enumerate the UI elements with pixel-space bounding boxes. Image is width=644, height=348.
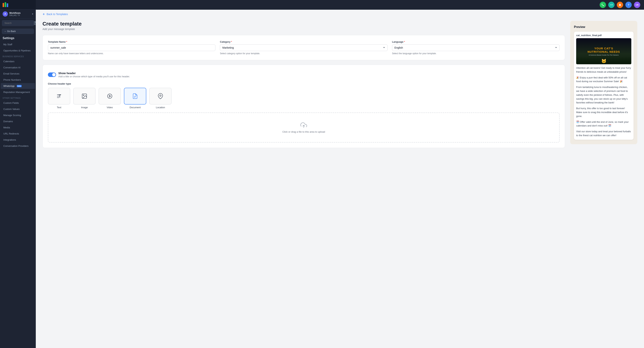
preview-title: Preview: [574, 25, 634, 29]
sidebar-item-media[interactable]: Media: [1, 125, 35, 130]
header-type-location-btn[interactable]: Location: [149, 88, 172, 109]
sidebar-item-domains[interactable]: Domains: [1, 118, 35, 124]
sidebar-item-label: WhatsApp: [3, 84, 14, 87]
header-type-text-label: Text: [57, 106, 61, 109]
show-header-toggle[interactable]: [48, 72, 56, 77]
search-bar[interactable]: ⌘ K +: [2, 20, 34, 26]
upload-area[interactable]: Click or drag a file to this area to upl…: [48, 112, 560, 142]
sidebar-item-integrations[interactable]: Integrations: [1, 137, 35, 143]
sidebar-item-label: Reputation Management: [3, 91, 30, 94]
sidebar-item-opportunities[interactable]: Opportunities & Pipelines: [1, 48, 35, 54]
sidebar-item-reputation[interactable]: Reputation Management: [1, 89, 35, 95]
phone-icon-button[interactable]: [600, 2, 606, 8]
header-type-text-icon[interactable]: [48, 88, 70, 104]
workspace-sub: DALLAS, TX: [9, 14, 30, 16]
page-header: Create template Add your message templat…: [42, 21, 565, 30]
language-group: Language * English Spanish French German…: [392, 40, 560, 55]
header-type-location-icon[interactable]: [149, 88, 172, 104]
preview-img-subtitle: A Science-Based Guide For Pet Owners: [588, 54, 620, 56]
header-type-video-label: Video: [106, 106, 113, 109]
location-icon: [158, 93, 164, 99]
required-star-cat: *: [231, 40, 232, 43]
user-avatar-button[interactable]: UR: [634, 2, 640, 8]
header-type-document-icon[interactable]: [124, 88, 146, 104]
category-group: Category * Marketing Utility Authenticat…: [220, 40, 388, 55]
template-name-hint: Name can only have lowercase letters and…: [48, 52, 216, 55]
video-icon: [107, 93, 113, 99]
category-select[interactable]: Marketing Utility Authentication: [220, 44, 388, 51]
form-row-top: Template Name * Name can only have lower…: [48, 40, 560, 55]
svg-point-4: [83, 95, 84, 96]
preview-msg-3: From tantalizing tuna to mouthwatering c…: [576, 85, 631, 105]
category-label: Category *: [220, 40, 388, 43]
header-types-row: Text Image: [48, 88, 560, 109]
content-area: Back to Templates Create template Add yo…: [36, 10, 644, 348]
preview-file-name: cat_nutrition_final.pdf: [576, 34, 631, 37]
toggle-label-text: Show header: [58, 72, 130, 75]
template-name-group: Template Name * Name can only have lower…: [48, 40, 216, 55]
sidebar-item-label: Email Services: [3, 72, 20, 75]
help-label: ?: [628, 3, 630, 6]
text-icon: [56, 93, 62, 99]
go-back-button[interactable]: ← Go Back: [2, 29, 34, 34]
language-hint: Select the language option for your temp…: [392, 52, 560, 55]
language-label: Language *: [392, 40, 560, 43]
sidebar-item-label: Custom Fields: [3, 102, 19, 104]
sidebar-item-conversation-providers[interactable]: Conversation Providers: [1, 143, 35, 149]
sidebar-item-my-staff[interactable]: My Staff: [1, 42, 35, 47]
template-name-input[interactable]: [48, 44, 216, 51]
help-icon-button[interactable]: ?: [625, 2, 632, 8]
sidebar-item-email-services[interactable]: Email Services: [1, 71, 35, 76]
sidebar-item-calendars[interactable]: Calendars: [1, 58, 35, 64]
toggle-labels: Show header Add a title or choose which …: [58, 72, 130, 78]
sidebar-item-custom-fields[interactable]: Custom Fields: [1, 100, 35, 106]
preview-msg-5: 🗓️ Offer valid until the end of June, so…: [576, 120, 631, 128]
sidebar-item-label: Manage Scoring: [3, 114, 21, 116]
workspace-info: Workflows DALLAS, TX: [9, 12, 30, 16]
upload-icon: [300, 122, 307, 128]
sidebar-item-label: My Staff: [3, 43, 12, 46]
svg-point-0: [5, 13, 6, 14]
preview-msg-6: Visit our store today and treat your bel…: [576, 130, 631, 138]
sidebar-item-label: URL Redirects: [3, 132, 19, 135]
content-inner: Create template Add your message templat…: [36, 16, 644, 348]
preview-panel: Preview cat_nutrition_final.pdf YOUR CAT…: [570, 21, 637, 144]
header-card: Show header Add a title or choose which …: [42, 65, 565, 148]
sidebar: Workflows DALLAS, TX ▾ ⌘ K + ← Go Back S…: [0, 0, 36, 348]
search-shortcut-badge: ⌘ K: [34, 21, 36, 25]
sidebar-item-url-redirects[interactable]: URL Redirects: [1, 131, 35, 136]
logo-arrow-blue: [7, 3, 8, 7]
topbar: ? UR: [36, 0, 644, 10]
search-input[interactable]: [4, 22, 32, 24]
preview-cat-overlay: 🐱: [576, 57, 631, 64]
sidebar-item-label: Calendars: [3, 60, 14, 63]
bell-icon-button[interactable]: [617, 2, 623, 8]
template-name-label: Template Name *: [48, 40, 216, 43]
sidebar-item-custom-values[interactable]: Custom Values: [1, 106, 35, 112]
header-type-video-icon[interactable]: [98, 88, 121, 104]
preview-text-block: Attention all cat lovers! Get ready to t…: [576, 66, 631, 138]
sidebar-item-conversation-ai[interactable]: Conversation AI: [1, 65, 35, 70]
megaphone-icon-button[interactable]: [608, 2, 614, 8]
sidebar-item-label: Conversation AI: [3, 66, 20, 69]
header-type-image-icon[interactable]: [73, 88, 96, 104]
header-type-document-btn[interactable]: Document: [124, 88, 146, 109]
cat-emoji: 🐱: [601, 59, 606, 64]
header-type-video-btn[interactable]: Video: [98, 88, 121, 109]
sidebar-item-whatsapp[interactable]: WhatsApp beta: [1, 83, 35, 89]
sidebar-item-label: Domains: [3, 120, 13, 123]
required-star-lang: *: [404, 40, 405, 43]
header-type-image-btn[interactable]: Image: [73, 88, 96, 109]
back-arrow-icon: [42, 13, 46, 16]
header-type-image-label: Image: [81, 106, 88, 109]
sidebar-item-phone-numbers[interactable]: Phone Numbers: [1, 77, 35, 83]
sidebar-item-manage-scoring[interactable]: Manage Scoring: [1, 112, 35, 118]
workspace-selector[interactable]: Workflows DALLAS, TX ▾: [0, 10, 36, 19]
back-to-templates-link[interactable]: Back to Templates: [36, 10, 644, 16]
header-type-text-btn[interactable]: Text: [48, 88, 70, 109]
show-header-toggle-row: Show header Add a title or choose which …: [48, 70, 560, 79]
header-type-section: Choose header type Text: [48, 82, 560, 142]
svg-point-5: [108, 94, 112, 98]
sidebar-item-label: Media: [3, 126, 10, 129]
language-select[interactable]: English Spanish French German Portuguese: [392, 44, 560, 51]
